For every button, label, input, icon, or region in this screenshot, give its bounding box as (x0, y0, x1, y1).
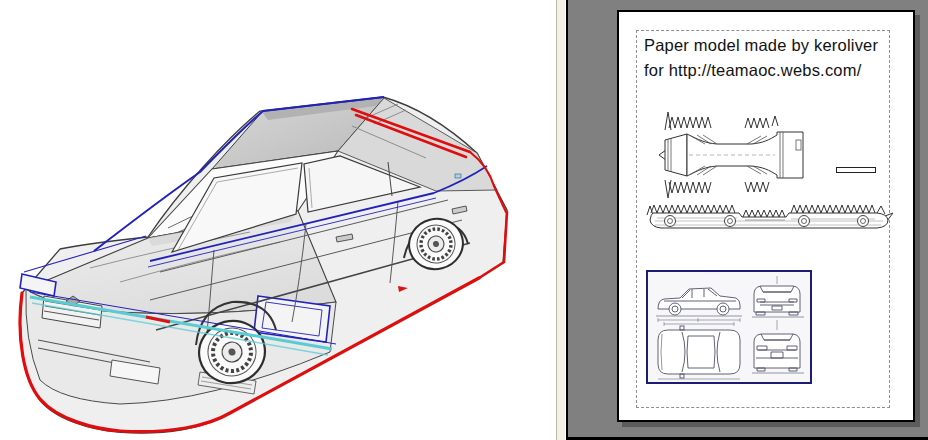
part-small-strip[interactable] (836, 167, 876, 173)
taillight-accent (455, 174, 461, 178)
credit-line-1: Paper model made by keroliver (644, 33, 878, 58)
blueprint-image[interactable] (646, 270, 812, 384)
part-body-unfold[interactable] (659, 112, 809, 202)
pattern-page[interactable]: Paper model made by keroliver for http:/… (617, 10, 915, 422)
panel-splitter[interactable] (556, 0, 565, 440)
model-3d-viewport[interactable] (0, 0, 556, 440)
blueprint-side-view (656, 288, 742, 326)
paper-model-app-window: Paper model made by keroliver for http:/… (0, 0, 928, 440)
credit-text-object[interactable]: Paper model made by keroliver for http:/… (644, 33, 878, 83)
page-layout-panel: Paper model made by keroliver for http:/… (566, 0, 928, 440)
part-side-unfold[interactable] (645, 202, 893, 232)
blueprint-rear-view (752, 320, 804, 373)
blueprint-front-view (752, 276, 804, 317)
car-3d-render (0, 0, 556, 440)
credit-line-2: for http://teamaoc.webs.com/ (644, 58, 878, 83)
blueprint-views (648, 272, 810, 382)
blueprint-top-view (658, 326, 740, 379)
